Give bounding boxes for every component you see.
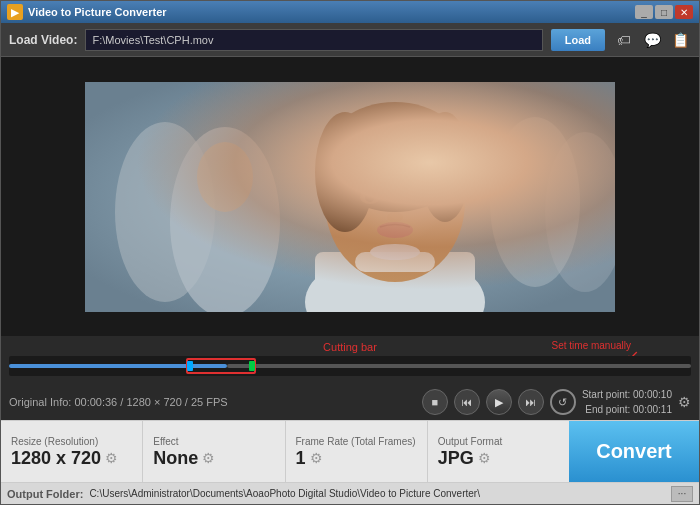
framerate-value-row: 1 ⚙ <box>296 449 417 467</box>
browse-output-button[interactable]: ··· <box>671 486 693 502</box>
video-preview-area <box>1 57 699 336</box>
output-row: Output Folder: C:\Users\Administrator\Do… <box>1 482 699 504</box>
load-video-label: Load Video: <box>9 33 77 47</box>
info-icon[interactable]: 📋 <box>669 29 691 51</box>
format-label: Output Format <box>438 436 559 447</box>
svg-point-7 <box>325 122 465 282</box>
video-thumbnail <box>85 82 615 312</box>
resize-gear[interactable]: ⚙ <box>105 450 118 466</box>
svg-point-3 <box>545 132 615 292</box>
playback-controls: Original Info: 00:00:36 / 1280 × 720 / 2… <box>1 384 699 420</box>
framerate-gear[interactable]: ⚙ <box>310 450 323 466</box>
timeline-remaining <box>227 364 691 368</box>
format-gear[interactable]: ⚙ <box>478 450 491 466</box>
minimize-button[interactable]: _ <box>635 5 653 19</box>
svg-point-20 <box>197 142 253 212</box>
svg-point-13 <box>365 192 375 202</box>
video-frame <box>85 82 615 312</box>
toolbar-extra-icons: 🏷 💬 📋 <box>613 29 691 51</box>
close-button[interactable]: ✕ <box>675 5 693 19</box>
svg-point-10 <box>420 112 470 222</box>
svg-point-6 <box>365 242 425 272</box>
play-button[interactable]: ▶ <box>486 389 512 415</box>
svg-point-11 <box>360 190 380 204</box>
time-info: Start point: 00:00:10 End point: 00:00:1… <box>582 387 672 417</box>
effect-value-row: None ⚙ <box>153 449 274 467</box>
svg-point-1 <box>115 122 215 302</box>
original-info: Original Info: 00:00:36 / 1280 × 720 / 2… <box>9 396 416 408</box>
resize-label: Resize (Resolution) <box>11 436 132 447</box>
svg-point-8 <box>323 102 467 212</box>
cutting-bracket[interactable] <box>186 358 256 374</box>
app-icon: ▶ <box>7 4 23 20</box>
time-settings-gear[interactable]: ⚙ <box>678 394 691 410</box>
svg-point-15 <box>377 222 413 238</box>
format-value: JPG <box>438 449 474 467</box>
framerate-label: Frame Rate (Total Frames) <box>296 436 417 447</box>
stop-button[interactable]: ■ <box>422 389 448 415</box>
svg-rect-5 <box>315 252 475 312</box>
svg-point-19 <box>170 127 280 312</box>
output-folder-path: C:\Users\Administrator\Documents\AoaoPho… <box>89 488 671 499</box>
window-controls: _ □ ✕ <box>635 5 693 19</box>
resize-value: 1280 x 720 <box>11 449 101 467</box>
timeline-section: Set time manually ↙ Cutting bar <box>1 336 699 384</box>
output-folder-label: Output Folder: <box>7 488 83 500</box>
window-title: Video to Picture Converter <box>28 6 635 18</box>
prev-frame-button[interactable]: ⏮ <box>454 389 480 415</box>
start-point: Start point: 00:00:10 <box>582 387 672 402</box>
effect-value: None <box>153 449 198 467</box>
end-point: End point: 00:00:11 <box>582 402 672 417</box>
set-time-label: Set time manually ↙ <box>552 338 631 352</box>
svg-point-14 <box>415 192 425 202</box>
main-window: ▶ Video to Picture Converter _ □ ✕ Load … <box>0 0 700 505</box>
loop-button[interactable]: ↺ <box>550 389 576 415</box>
cutting-handle-left[interactable] <box>187 361 193 371</box>
tag-icon[interactable]: 🏷 <box>613 29 635 51</box>
timeline-track[interactable] <box>9 356 691 376</box>
effect-gear[interactable]: ⚙ <box>202 450 215 466</box>
effect-label: Effect <box>153 436 274 447</box>
cutting-handle-right[interactable] <box>249 361 255 371</box>
resize-value-row: 1280 x 720 ⚙ <box>11 449 132 467</box>
chat-icon[interactable]: 💬 <box>641 29 663 51</box>
load-button[interactable]: Load <box>551 29 605 51</box>
framerate-group: Frame Rate (Total Frames) 1 ⚙ <box>286 421 428 482</box>
svg-rect-17 <box>355 252 435 272</box>
format-group: Output Format JPG ⚙ <box>428 421 569 482</box>
svg-point-12 <box>410 190 430 204</box>
svg-point-4 <box>305 252 485 312</box>
convert-button[interactable]: Convert <box>569 421 699 482</box>
format-value-row: JPG ⚙ <box>438 449 559 467</box>
svg-point-16 <box>387 212 403 222</box>
title-bar: ▶ Video to Picture Converter _ □ ✕ <box>1 1 699 23</box>
svg-rect-0 <box>85 82 615 312</box>
effect-group: Effect None ⚙ <box>143 421 285 482</box>
load-toolbar: Load Video: Load 🏷 💬 📋 <box>1 23 699 57</box>
load-path-input[interactable] <box>85 29 542 51</box>
settings-row: Resize (Resolution) 1280 x 720 ⚙ Effect … <box>1 420 699 482</box>
framerate-value: 1 <box>296 449 306 467</box>
svg-point-9 <box>315 112 375 232</box>
svg-point-2 <box>490 117 580 287</box>
resize-group: Resize (Resolution) 1280 x 720 ⚙ <box>1 421 143 482</box>
maximize-button[interactable]: □ <box>655 5 673 19</box>
svg-point-18 <box>370 244 420 260</box>
next-frame-button[interactable]: ⏭ <box>518 389 544 415</box>
